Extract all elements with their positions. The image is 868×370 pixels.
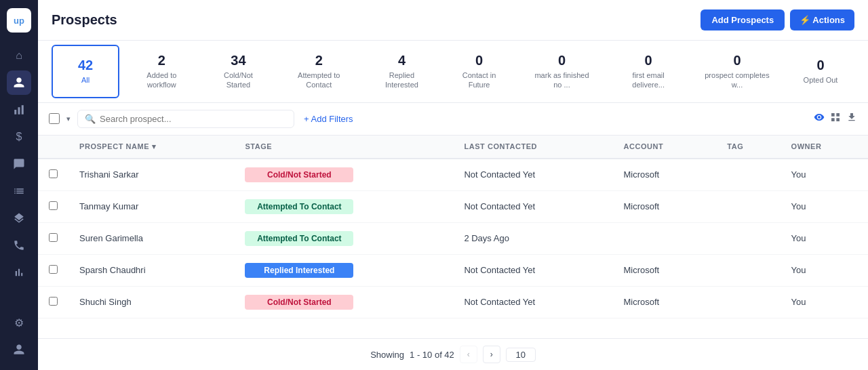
download-icon[interactable] bbox=[846, 112, 857, 125]
last-contacted-cell: Not Contacted Yet bbox=[453, 254, 612, 286]
row-checkbox-1[interactable] bbox=[49, 201, 58, 210]
message-icon[interactable] bbox=[7, 152, 31, 176]
stat-label: Replied Interested bbox=[376, 70, 427, 90]
stat-label: Attempted to Contact bbox=[289, 70, 349, 90]
stage-badge: Attempted To Contact bbox=[245, 231, 353, 246]
svg-rect-0 bbox=[14, 110, 16, 115]
dollar-icon[interactable]: $ bbox=[7, 125, 31, 149]
svg-rect-1 bbox=[18, 107, 20, 115]
stat-number: 0 bbox=[475, 53, 483, 68]
prospects-table-container: PROSPECT NAME ▾STAGELAST CONTACTEDACCOUN… bbox=[38, 136, 868, 338]
stat-label: first email delivere... bbox=[620, 70, 676, 90]
grid-view-icon[interactable] bbox=[830, 112, 841, 125]
th-stage: STAGE bbox=[234, 136, 453, 159]
users-icon[interactable] bbox=[7, 70, 31, 95]
header-actions: Add Prospects ⚡ Actions bbox=[701, 9, 854, 30]
select-dropdown-arrow[interactable]: ▾ bbox=[66, 115, 71, 123]
table-row: Suren Garimella Attempted To Contact 2 D… bbox=[38, 222, 868, 254]
tag-cell bbox=[716, 286, 780, 318]
prospects-table: PROSPECT NAME ▾STAGELAST CONTACTEDACCOUN… bbox=[38, 136, 868, 318]
showing-label: Showing bbox=[370, 350, 404, 360]
stat-card-mark-finished[interactable]: 0mark as finished no ... bbox=[520, 45, 604, 98]
owner-cell: You bbox=[781, 159, 868, 191]
stage-cell: Cold/Not Started bbox=[234, 159, 453, 191]
row-checkbox-3[interactable] bbox=[49, 265, 58, 274]
stat-card-added[interactable]: 2Added to workflow bbox=[125, 45, 199, 98]
page-size-input[interactable] bbox=[506, 348, 536, 362]
prospect-name-cell: Suren Garimella bbox=[68, 222, 234, 254]
pagination-range: 1 - 10 of 42 bbox=[410, 350, 454, 360]
stage-cell: Replied Interested bbox=[234, 254, 453, 286]
tag-cell bbox=[716, 222, 780, 254]
account-cell: Microsoft bbox=[612, 159, 716, 191]
stat-card-cold[interactable]: 34Cold/Not Started bbox=[204, 45, 273, 98]
row-checkbox-2[interactable] bbox=[49, 233, 58, 242]
row-checkbox-cell bbox=[38, 159, 68, 191]
layers-icon[interactable] bbox=[7, 206, 31, 230]
stat-card-first-email[interactable]: 0first email delivere... bbox=[609, 45, 687, 98]
stat-label: All bbox=[81, 75, 90, 85]
stat-label: Contact in Future bbox=[455, 70, 504, 90]
account-cell: Microsoft bbox=[612, 286, 716, 318]
tag-cell bbox=[716, 159, 780, 191]
stat-card-opted-out[interactable]: 0Opted Out bbox=[787, 45, 854, 98]
owner-cell: You bbox=[781, 190, 868, 222]
row-checkbox-cell bbox=[38, 222, 68, 254]
main-content: Prospects Add Prospects ⚡ Actions 42All2… bbox=[38, 0, 868, 370]
phone-icon[interactable] bbox=[7, 233, 31, 258]
row-checkbox-cell bbox=[38, 190, 68, 222]
account-cell: Microsoft bbox=[612, 190, 716, 222]
owner-cell: You bbox=[781, 286, 868, 318]
prospect-name-cell: Sparsh Chaudhri bbox=[68, 254, 234, 286]
stat-card-replied[interactable]: 4Replied Interested bbox=[365, 45, 438, 98]
account-cell: Microsoft bbox=[612, 254, 716, 286]
table-row: Shuchi Singh Cold/Not Started Not Contac… bbox=[38, 286, 868, 318]
stat-number: 34 bbox=[231, 53, 245, 68]
prospect-name-cell: Tanmay Kumar bbox=[68, 190, 234, 222]
stat-card-attempted[interactable]: 2Attempted to Contact bbox=[278, 45, 359, 98]
app-logo: up bbox=[7, 8, 31, 33]
filters-bar: ▾ 🔍 + Add Filters bbox=[38, 103, 868, 136]
chart-icon[interactable] bbox=[7, 98, 31, 122]
prev-page-button[interactable]: ‹ bbox=[460, 346, 477, 363]
table-row: Trishani Sarkar Cold/Not Started Not Con… bbox=[38, 159, 868, 191]
table-row: Sparsh Chaudhri Replied Interested Not C… bbox=[38, 254, 868, 286]
stat-label: mark as finished no ... bbox=[531, 70, 593, 90]
prospect-name-cell: Trishani Sarkar bbox=[68, 159, 234, 191]
stat-card-all[interactable]: 42All bbox=[52, 45, 119, 98]
th-tag: TAG bbox=[716, 136, 780, 159]
row-checkbox-cell bbox=[38, 254, 68, 286]
prospect-name-cell: Shuchi Singh bbox=[68, 286, 234, 318]
th-prospect-name[interactable]: PROSPECT NAME ▾ bbox=[68, 136, 234, 159]
stats-bar: 42All2Added to workflow34Cold/Not Starte… bbox=[38, 41, 868, 103]
select-all-checkbox[interactable] bbox=[49, 113, 60, 124]
owner-cell: You bbox=[781, 222, 868, 254]
table-row: Tanmay Kumar Attempted To Contact Not Co… bbox=[38, 190, 868, 222]
gear-icon[interactable]: ⚙ bbox=[7, 310, 31, 335]
stat-label: Opted Out bbox=[804, 75, 838, 85]
add-prospects-button[interactable]: Add Prospects bbox=[701, 9, 785, 30]
add-filters-button[interactable]: + Add Filters bbox=[304, 114, 353, 124]
stat-label: Added to workflow bbox=[136, 70, 188, 90]
owner-cell: You bbox=[781, 254, 868, 286]
stat-label: prospect completes w... bbox=[704, 70, 770, 90]
row-checkbox-0[interactable] bbox=[49, 169, 58, 178]
stage-cell: Attempted To Contact bbox=[234, 222, 453, 254]
table-view-icon[interactable] bbox=[814, 112, 825, 125]
search-icon: 🔍 bbox=[85, 114, 96, 124]
list-icon[interactable] bbox=[7, 179, 31, 203]
stage-cell: Cold/Not Started bbox=[234, 286, 453, 318]
home-icon[interactable]: ⌂ bbox=[7, 43, 31, 68]
last-contacted-cell: Not Contacted Yet bbox=[453, 159, 612, 191]
search-input[interactable] bbox=[100, 114, 287, 124]
actions-button[interactable]: ⚡ Actions bbox=[790, 9, 854, 30]
row-checkbox-4[interactable] bbox=[49, 297, 58, 306]
stat-card-contact-future[interactable]: 0Contact in Future bbox=[444, 45, 515, 98]
tag-cell bbox=[716, 254, 780, 286]
next-page-button[interactable]: › bbox=[483, 346, 500, 363]
user-avatar-icon[interactable] bbox=[7, 337, 31, 362]
stat-card-prospect-completes[interactable]: 0prospect completes w... bbox=[693, 45, 781, 98]
bar-chart-icon[interactable] bbox=[7, 260, 31, 285]
page-header: Prospects Add Prospects ⚡ Actions bbox=[38, 0, 868, 41]
stat-number: 2 bbox=[158, 53, 165, 68]
